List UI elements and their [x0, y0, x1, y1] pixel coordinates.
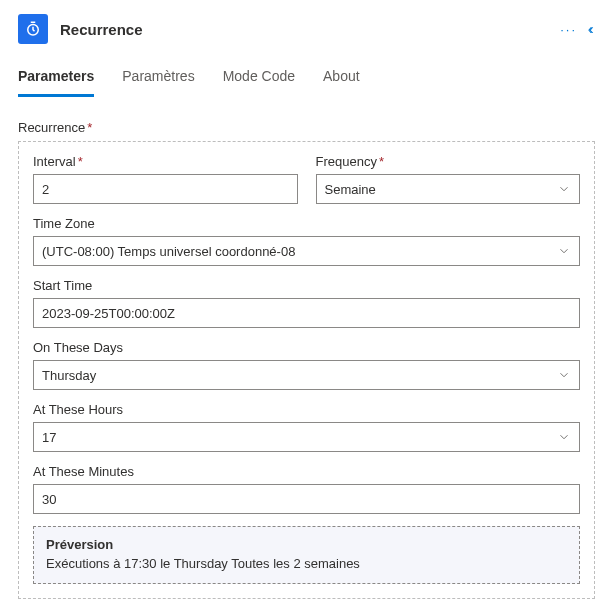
required-mark: * [87, 120, 92, 135]
preview-text: Exécutions à 17:30 le Thursday Toutes le… [46, 556, 567, 571]
recurrence-icon [18, 14, 48, 44]
timezone-label: Time Zone [33, 216, 580, 231]
collapse-button[interactable]: ‹‹ [589, 21, 595, 37]
ondays-label: On These Days [33, 340, 580, 355]
preview-box: Préversion Exécutions à 17:30 le Thursda… [33, 526, 580, 584]
atminutes-input[interactable] [33, 484, 580, 514]
tab-parametres[interactable]: Paramètres [122, 62, 194, 97]
chevron-down-icon [557, 430, 571, 444]
tab-about[interactable]: About [323, 62, 360, 97]
atminutes-label: At These Minutes [33, 464, 580, 479]
more-menu-button[interactable]: ··· [560, 22, 577, 37]
required-mark: * [78, 154, 83, 169]
tab-mode-code[interactable]: Mode Code [223, 62, 295, 97]
required-mark: * [379, 154, 384, 169]
chevron-down-icon [557, 244, 571, 258]
preview-title: Préversion [46, 537, 567, 552]
section-title: Recurrence* [18, 120, 595, 135]
section-title-text: Recurrence [18, 120, 85, 135]
starttime-label: Start Time [33, 278, 580, 293]
athours-select[interactable]: 17 [33, 422, 580, 452]
chevron-down-icon [557, 182, 571, 196]
recurrence-panel: Recurrence ··· ‹‹ Parameters Paramètres … [0, 0, 613, 599]
starttime-input[interactable] [33, 298, 580, 328]
interval-label: Interval* [33, 154, 298, 169]
athours-value: 17 [42, 430, 56, 445]
chevron-down-icon [557, 368, 571, 382]
athours-label: At These Hours [33, 402, 580, 417]
frequency-value: Semaine [325, 182, 376, 197]
frequency-select[interactable]: Semaine [316, 174, 581, 204]
panel-title: Recurrence [60, 21, 143, 38]
interval-input[interactable] [33, 174, 298, 204]
tab-parameters[interactable]: Parameters [18, 62, 94, 97]
panel-actions: ··· ‹‹ [560, 21, 595, 37]
ondays-value: Thursday [42, 368, 96, 383]
frequency-label: Frequency* [316, 154, 581, 169]
ondays-select[interactable]: Thursday [33, 360, 580, 390]
panel-header: Recurrence ··· ‹‹ [18, 10, 595, 62]
timezone-value: (UTC-08:00) Temps universel coordonné-08 [42, 244, 295, 259]
tab-bar: Parameters Paramètres Mode Code About [18, 62, 595, 98]
timezone-select[interactable]: (UTC-08:00) Temps universel coordonné-08 [33, 236, 580, 266]
recurrence-fieldset: Interval* Frequency* Semaine Time Zone [18, 141, 595, 599]
